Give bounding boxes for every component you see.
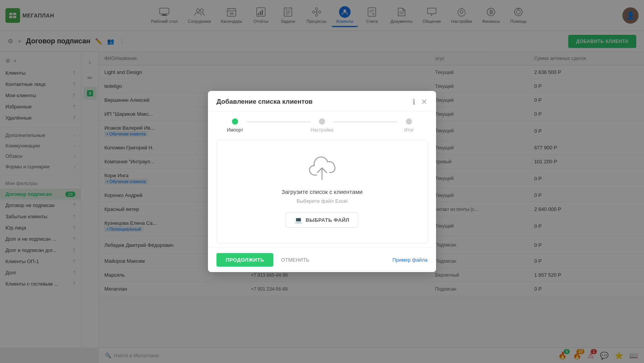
step-result: Итог xyxy=(397,118,421,133)
modal-title: Добавление списка клиентов xyxy=(216,98,412,106)
step-import-label: Импорт xyxy=(227,127,243,133)
step-import-dot xyxy=(232,118,238,125)
modal-header-icons: ℹ ✕ xyxy=(412,98,428,106)
step-settings: Настройка xyxy=(310,118,334,133)
step-result-dot xyxy=(406,118,412,125)
sample-file-link[interactable]: Пример файла xyxy=(392,257,428,263)
modal: Добавление списка клиентов ℹ ✕ Импорт На… xyxy=(208,91,436,272)
step-settings-label: Настройка xyxy=(310,127,333,133)
modal-footer: ПРОДОЛЖИТЬ ОТМЕНИТЬ Пример файла xyxy=(208,247,436,272)
choose-file-button[interactable]: 💻 ВЫБРАТЬ ФАЙЛ xyxy=(286,212,358,228)
close-icon[interactable]: ✕ xyxy=(421,98,428,106)
step-result-label: Итог xyxy=(404,127,414,133)
info-icon[interactable]: ℹ xyxy=(412,98,416,106)
upload-title: Загрузите список с клиентами xyxy=(281,188,363,195)
modal-overlay[interactable]: Добавление списка клиентов ℹ ✕ Импорт На… xyxy=(0,0,644,348)
laptop-icon: 💻 xyxy=(295,216,303,224)
cloud-upload-icon xyxy=(307,156,337,182)
choose-file-label: ВЫБРАТЬ ФАЙЛ xyxy=(306,217,349,223)
continue-button[interactable]: ПРОДОЛЖИТЬ xyxy=(216,253,273,267)
upload-subtitle: Выберите файл Excel xyxy=(296,198,348,204)
modal-header: Добавление списка клиентов ℹ ✕ xyxy=(208,91,436,111)
step-settings-dot xyxy=(319,118,325,125)
step-import: Импорт xyxy=(223,118,247,133)
cancel-button[interactable]: ОТМЕНИТЬ xyxy=(278,253,312,267)
steps-container: Импорт Настройка Итог xyxy=(208,111,436,137)
upload-area[interactable]: Загрузите список с клиентами Выберите фа… xyxy=(216,140,428,243)
step-line-2 xyxy=(334,122,397,122)
step-line-1 xyxy=(247,122,310,122)
